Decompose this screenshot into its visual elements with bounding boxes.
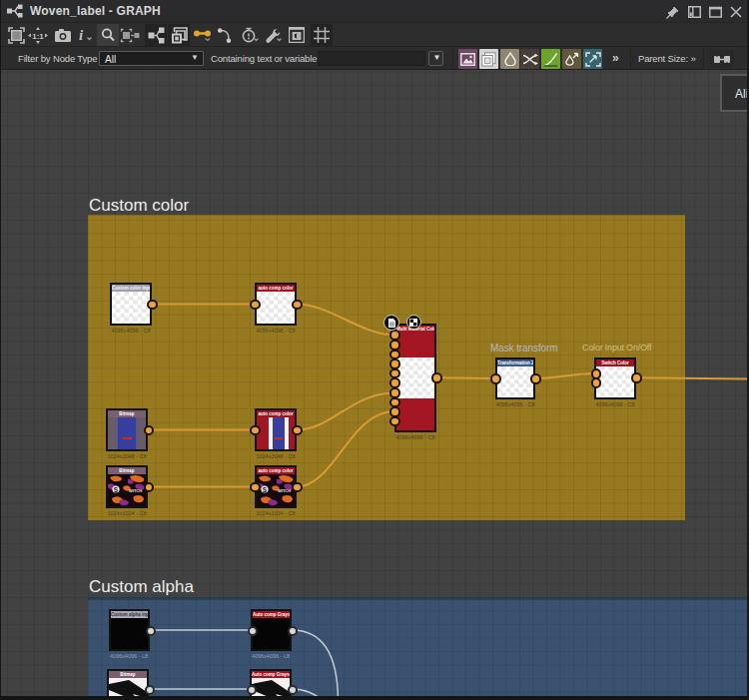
svg-text:WITCH: WITCH [278,488,291,493]
svg-text:S: S [263,486,268,493]
svg-text:WITCH: WITCH [129,488,142,493]
svg-text:S: S [114,486,119,493]
svg-text:1:1: 1:1 [32,31,44,40]
svg-text:i: i [79,27,84,43]
